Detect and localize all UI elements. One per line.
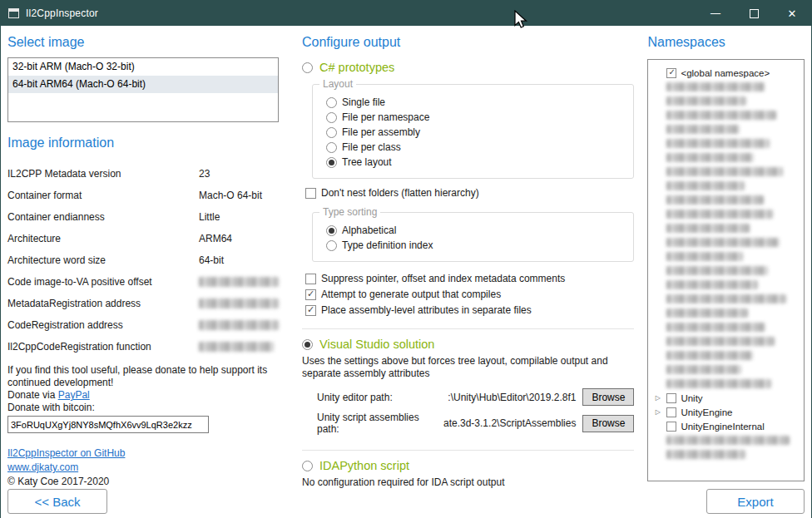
- info-row: Code image-to-VA positive offset: [7, 271, 279, 293]
- type-sorting-option[interactable]: Type definition index: [326, 238, 625, 253]
- namespace-row[interactable]: UnityEngineInternal: [653, 419, 800, 433]
- info-value: 23: [199, 168, 210, 180]
- visual-studio-option[interactable]: Visual Studio solution: [302, 338, 634, 351]
- redacted-namespace: [666, 153, 754, 162]
- namespace-checkbox[interactable]: [666, 68, 676, 78]
- back-button[interactable]: << Back: [7, 489, 107, 514]
- type-sorting-groupbox: Type sorting AlphabeticalType definition…: [312, 212, 634, 262]
- titlebar[interactable]: Il2CppInspector — ✕: [1, 1, 811, 26]
- namespace-row-redacted: [653, 292, 800, 306]
- expander-icon[interactable]: ▷: [653, 405, 662, 419]
- expander-icon[interactable]: ▷: [653, 391, 662, 405]
- close-button[interactable]: ✕: [773, 1, 811, 26]
- radio-icon: [326, 240, 337, 251]
- info-row: CodeRegistration address: [7, 314, 279, 336]
- browse-editor-button[interactable]: Browse: [582, 388, 634, 406]
- unity-script-path-label: Unity script assemblies path:: [317, 412, 443, 435]
- maximize-button[interactable]: [735, 1, 773, 26]
- redacted-namespace: [666, 308, 748, 318]
- layout-option[interactable]: File per namespace: [326, 110, 625, 125]
- namespace-row-redacted: [653, 377, 800, 391]
- browse-script-button[interactable]: Browse: [582, 415, 634, 432]
- namespace-row-redacted: [653, 334, 800, 348]
- bitcoin-label: Donate with bitcoin:: [7, 402, 279, 414]
- info-label: MetadataRegistration address: [7, 298, 199, 309]
- info-row: ArchitectureARM64: [7, 228, 279, 249]
- namespace-row[interactable]: <global namespace>: [653, 66, 800, 80]
- export-button[interactable]: Export: [706, 489, 805, 514]
- namespace-row-redacted: [653, 363, 800, 377]
- info-row: Il2CppCodeRegistration function: [7, 336, 279, 358]
- namespace-label: <global namespace>: [681, 68, 770, 78]
- paypal-link[interactable]: PayPal: [58, 389, 90, 401]
- layout-option[interactable]: Tree layout: [326, 155, 625, 170]
- namespace-row-redacted: [653, 150, 800, 165]
- image-listbox[interactable]: 32-bit ARM (Mach-O 32-bit)64-bit ARM64 (…: [7, 57, 279, 122]
- redacted-namespace: [666, 280, 758, 289]
- unity-editor-path-label: Unity editor path:: [317, 392, 443, 403]
- flatten-checkbox-label: Don't nest folders (flatten hierarchy): [321, 187, 479, 199]
- namespace-row-redacted: [653, 235, 800, 249]
- layout-option-label: File per assembly: [342, 126, 420, 138]
- radio-icon: [326, 142, 337, 153]
- layout-option[interactable]: File per class: [326, 140, 625, 155]
- redacted-value: [199, 320, 279, 330]
- info-label: Code image-to-VA positive offset: [7, 276, 199, 288]
- minimize-button[interactable]: —: [696, 1, 735, 26]
- redacted-namespace: [666, 224, 750, 233]
- sorting-options: AlphabeticalType definition index: [326, 223, 625, 253]
- info-row: MetadataRegistration address: [7, 293, 279, 314]
- image-list-item[interactable]: 32-bit ARM (Mach-O 32-bit): [8, 58, 278, 76]
- type-sorting-option-label: Type definition index: [342, 239, 433, 251]
- redacted-namespace: [666, 125, 740, 134]
- layout-groupbox: Layout Single fileFile per namespaceFile…: [312, 84, 634, 179]
- info-row: IL2CPP Metadata version23: [7, 163, 279, 185]
- namespace-checkbox[interactable]: [666, 422, 676, 432]
- donate-via-text: Donate via: [7, 389, 58, 401]
- redacted-namespace: [666, 450, 745, 459]
- layout-option[interactable]: File per assembly: [326, 125, 625, 140]
- suppress-checkbox-label: Suppress pointer, offset and index metad…: [321, 273, 565, 284]
- unity-script-path-value: ate.3d-3.1.2\ScriptAssemblies: [443, 417, 582, 429]
- namespace-row-redacted: [653, 108, 800, 122]
- redacted-namespace: [666, 181, 745, 190]
- namespace-checkbox[interactable]: [666, 393, 676, 403]
- website-link[interactable]: www.djkaty.com: [7, 461, 78, 473]
- namespace-list[interactable]: <global namespace>▷Unity▷UnityEngineUnit…: [647, 59, 805, 481]
- layout-option-label: Single file: [342, 96, 385, 108]
- csharp-prototypes-label: C# prototypes: [319, 61, 394, 74]
- idapython-label: IDAPython script: [319, 459, 409, 472]
- radio-icon: [326, 157, 337, 168]
- info-label: Architecture word size: [7, 254, 199, 266]
- namespace-row-redacted: [653, 207, 800, 221]
- redacted-namespace: [666, 252, 743, 261]
- namespace-row[interactable]: ▷Unity: [653, 391, 800, 405]
- layout-option-label: File per namespace: [342, 111, 429, 123]
- configure-output-panel: Configure output C# prototypes Layout Si…: [302, 32, 634, 514]
- idapython-option[interactable]: IDAPython script: [302, 459, 634, 472]
- info-label: Container endianness: [7, 211, 199, 223]
- flatten-checkbox-row[interactable]: Don't nest folders (flatten hierarchy): [305, 187, 634, 199]
- namespace-row-redacted: [653, 348, 800, 363]
- radio-icon: [326, 97, 337, 108]
- compile-checkbox-row[interactable]: Attempt to generate output that compiles: [305, 289, 634, 300]
- namespace-checkbox[interactable]: [666, 407, 676, 417]
- info-label: Il2CppCodeRegistration function: [7, 341, 199, 353]
- namespace-row[interactable]: ▷UnityEngine: [653, 405, 800, 419]
- visual-studio-label: Visual Studio solution: [319, 338, 434, 351]
- csharp-prototypes-option[interactable]: C# prototypes: [302, 61, 634, 74]
- github-link[interactable]: Il2CppInspector on GitHub: [7, 447, 125, 459]
- checkbox-icon: [305, 305, 316, 316]
- layout-option[interactable]: Single file: [326, 95, 625, 110]
- suppress-checkbox-row[interactable]: Suppress pointer, offset and index metad…: [305, 273, 634, 284]
- type-sorting-option[interactable]: Alphabetical: [326, 223, 625, 238]
- redacted-namespace: [666, 195, 764, 205]
- namespaces-panel: Namespaces <global namespace>▷Unity▷Unit…: [647, 32, 805, 514]
- attributes-checkbox-row[interactable]: Place assembly-level attributes in separ…: [305, 304, 634, 316]
- image-list-item[interactable]: 64-bit ARM64 (Mach-O 64-bit): [8, 76, 278, 93]
- redacted-namespace: [666, 139, 770, 148]
- namespace-row-redacted: [653, 136, 800, 150]
- namespace-row-redacted: [653, 278, 800, 292]
- bitcoin-address-input[interactable]: [7, 416, 209, 433]
- layout-option-label: File per class: [342, 141, 401, 153]
